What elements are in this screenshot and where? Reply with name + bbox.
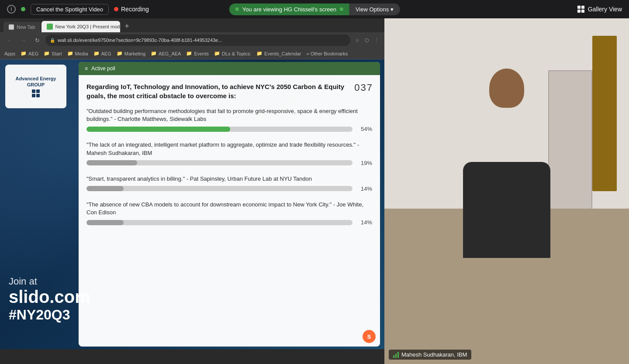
poll-bar-fill-2 <box>86 160 137 165</box>
bookmark-other-label: » Other Bookmarks <box>307 51 348 56</box>
page-content: Advanced Energy GROUP Join at slido.com … <box>0 59 384 349</box>
viewing-label: You are viewing HG Chissell's screen <box>242 6 336 13</box>
aeg-logo-grid <box>32 89 40 97</box>
green-status-dot <box>21 7 25 11</box>
bookmark-events-label: Events <box>194 51 209 56</box>
poll-option-2-text: "The lack of an integrated, intelligent … <box>86 141 372 157</box>
poll-question-header: Regarding IoT, Technology and Innovation… <box>86 82 372 100</box>
bookmark-other[interactable]: » Other Bookmarks <box>307 51 348 56</box>
poll-pct-4: 14% <box>357 219 372 226</box>
poll-bar-row-3: 14% <box>86 185 372 192</box>
top-bar: i Cancel the Spotlight Video Recording Y… <box>0 0 629 18</box>
poll-pct-1: 54% <box>357 126 372 132</box>
audio-bar-1 <box>393 355 394 358</box>
slido-url: slido.com <box>9 287 90 307</box>
poll-icon: ≡ <box>85 65 88 72</box>
browser-tabs: New Tab New York 20Q3 | Present mod... ✕… <box>0 18 384 32</box>
address-url: wall.sli.do/event/ke9750me?section=9c798… <box>58 38 222 43</box>
poll-bar-bg-3 <box>86 186 353 191</box>
view-options-chevron: ▾ <box>391 6 394 13</box>
bookmark-start-label: Start <box>52 51 62 56</box>
bookmark-events-cal-label: Events_Calendar <box>264 51 301 56</box>
recording-label: Recording <box>121 6 149 13</box>
aeg-grid-cell-2 <box>36 89 40 93</box>
more-icon[interactable]: ⋮ <box>372 36 381 45</box>
bookmark-events-cal[interactable]: 📁 Events_Calendar <box>256 51 301 56</box>
poll-option-3-text: "Smart, transparent analytics in billing… <box>86 175 372 183</box>
bookmark-aeg[interactable]: 📁 AEG <box>21 51 38 56</box>
bookmark-marketing-label: Marketing <box>124 51 145 56</box>
active-poll-label: Active poll <box>91 65 115 72</box>
poll-pct-3: 14% <box>357 185 372 192</box>
new-tab-button[interactable]: + <box>121 20 133 32</box>
recording-indicator: Recording <box>114 6 149 13</box>
gallery-grid-icon <box>577 6 584 13</box>
main-content: New Tab New York 20Q3 | Present mod... ✕… <box>0 18 629 364</box>
aeg-logo-text: Advanced Energy GROUP <box>16 76 56 88</box>
bookmark-apps[interactable]: Apps <box>4 51 15 56</box>
slido-join-label: Join at <box>9 276 90 287</box>
bookmark-folder-icon3: 📁 <box>67 51 73 56</box>
bookmark-folder-icon: 📁 <box>21 51 27 56</box>
bookmark-events[interactable]: 📁 Events <box>186 51 209 56</box>
bookmark-aegaea-label: AEG_AEA <box>159 51 181 56</box>
person-head <box>489 69 524 108</box>
poll-bar-fill-4 <box>86 220 124 225</box>
poll-bar-fill-1 <box>86 127 230 132</box>
back-button[interactable]: ← <box>3 34 15 46</box>
browser-tab-active[interactable]: New York 20Q3 | Present mod... ✕ <box>41 21 120 32</box>
poll-bar-bg-2 <box>86 160 353 165</box>
poll-option-2: "The lack of an integrated, intelligent … <box>86 141 372 166</box>
speaker-label: Mahesh Sudhakaran, IBM <box>389 350 471 360</box>
poll-option-3: "Smart, transparent analytics in billing… <box>86 175 372 192</box>
browser-toolbar: ← → ↻ 🔒 wall.sli.do/event/ke9750me?secti… <box>0 32 384 48</box>
forward-button[interactable]: → <box>17 34 29 46</box>
lock-icon: 🔒 <box>50 38 55 43</box>
bookmark-star-icon[interactable]: ☆ <box>353 36 362 45</box>
extensions-icon[interactable]: ⬡ <box>363 36 371 45</box>
right-panel: Mahesh Sudhakaran, IBM <box>384 18 629 364</box>
poll-overlay: ≡ Active poll Regarding IoT, Technology … <box>79 62 380 347</box>
bookmark-media-label: Media <box>75 51 88 56</box>
poll-count-digit-1: 3 <box>361 82 366 93</box>
poll-bar-row-2: 19% <box>86 160 372 166</box>
bookmark-apps-label: Apps <box>4 51 15 56</box>
browser-tab-inactive[interactable]: New Tab <box>3 22 41 32</box>
person-body <box>463 162 550 258</box>
toolbar-icons: ☆ ⬡ ⋮ <box>353 36 381 45</box>
aeg-grid-cell-3 <box>32 94 35 97</box>
video-background <box>384 18 629 364</box>
bookmark-folder-icon6: 📁 <box>151 51 157 56</box>
audio-bar-3 <box>397 352 399 358</box>
poll-option-4: "The absence of new CBA models to accoun… <box>86 201 372 226</box>
poll-header: ≡ Active poll <box>79 62 380 75</box>
poll-bar-fill-3 <box>86 186 124 191</box>
poll-bar-row-1: 54% <box>86 126 372 132</box>
bookmark-aegaea[interactable]: 📁 AEG_AEA <box>151 51 181 56</box>
video-shelf <box>592 36 617 191</box>
poll-content: Regarding IoT, Technology and Innovation… <box>79 75 380 344</box>
info-icon[interactable]: i <box>7 5 16 14</box>
reload-button[interactable]: ↻ <box>31 34 43 46</box>
viewing-pill: You are viewing HG Chissell's screen <box>229 3 349 15</box>
view-options-button[interactable]: View Options ▾ <box>349 3 400 15</box>
aeg-grid-cell-1 <box>32 89 35 93</box>
bookmark-marketing[interactable]: 📁 Marketing <box>117 51 145 56</box>
cancel-spotlight-button[interactable]: Cancel the Spotlight Video <box>31 4 109 15</box>
aeg-line2: GROUP <box>16 82 56 88</box>
bookmark-start[interactable]: 📁 Start <box>44 51 62 56</box>
poll-count-digit-2: 7 <box>367 82 372 93</box>
video-feed: Mahesh Sudhakaran, IBM <box>384 18 629 364</box>
bookmark-dls[interactable]: 📁 DLs & Topics: <box>214 51 251 56</box>
bookmark-aeg2[interactable]: 📁 AEG <box>93 51 111 56</box>
address-bar[interactable]: 🔒 wall.sli.do/event/ke9750me?section=9c7… <box>45 34 350 46</box>
aeg-grid-cell-4 <box>36 94 40 97</box>
gallery-view-area[interactable]: Gallery View <box>577 6 622 13</box>
bookmark-media[interactable]: 📁 Media <box>67 51 88 56</box>
bookmark-folder-icon9: 📁 <box>256 51 263 56</box>
tab-active-label: New York 20Q3 | Present mod... <box>55 24 120 29</box>
cancel-spotlight-label: Cancel the Spotlight Video <box>36 6 103 13</box>
poll-vote-count: 0 3 7 <box>354 82 372 93</box>
viewing-green-dot <box>235 7 239 11</box>
poll-bar-bg-1 <box>86 127 353 132</box>
